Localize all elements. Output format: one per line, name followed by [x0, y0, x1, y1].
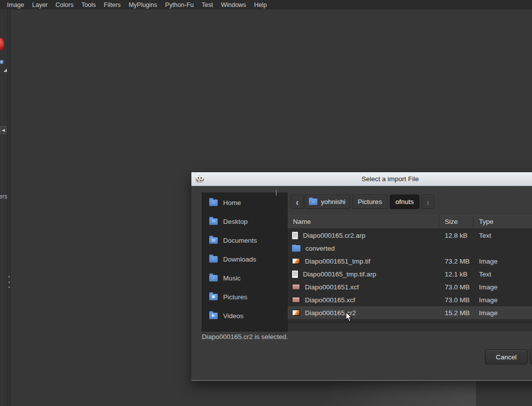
breadcrumb-ofnuts[interactable]: ofnuts [390, 195, 419, 209]
home-folder-icon: ⌂ [209, 200, 218, 206]
menu-image[interactable]: Image [3, 1, 28, 9]
breadcrumb-label: ofnuts [396, 198, 414, 205]
breadcrumb-pictures[interactable]: Pictures [352, 195, 388, 209]
menu-layer[interactable]: Layer [28, 1, 52, 9]
sidebar-item-desktop[interactable]: ⊡Desktop [202, 212, 287, 231]
table-row[interactable]: Diapo000165.xcf73.0 MBImage [288, 293, 532, 306]
sidebar-item-label: Pictures [223, 293, 247, 301]
file-size-cell: 73.2 MB [439, 258, 473, 265]
file-name-cell: Diapo000165.cr2.arp [288, 232, 439, 239]
sidebar-item-home[interactable]: ⌂Home [202, 193, 287, 212]
dock-collapse-button[interactable]: ◀ [0, 126, 6, 134]
text-file-icon [292, 271, 298, 278]
documents-folder-icon-glyph: ▤ [209, 237, 218, 244]
menu-windows[interactable]: Windows [217, 1, 250, 9]
sidebar-item-documents[interactable]: ▤Documents [202, 231, 287, 250]
desktop-folder-icon-glyph: ⊡ [209, 218, 218, 225]
table-row[interactable]: Diapo000165.cr215.2 MBImage [288, 306, 532, 319]
open-button-clipped[interactable] [530, 349, 532, 364]
home-folder-icon-glyph: ⌂ [309, 199, 317, 205]
canvas-background [268, 377, 476, 406]
sidebar-item-label: Desktop [223, 218, 248, 225]
column-header-size[interactable]: Size [439, 215, 473, 229]
videos-folder-icon-glyph: ▶ [209, 313, 218, 319]
dock-tab-label: ers [0, 193, 7, 200]
file-type-cell: Image [473, 258, 532, 265]
sidebar-item-downloads[interactable]: ↓Downloads [202, 250, 287, 269]
tool-red-icon[interactable] [0, 38, 4, 51]
documents-folder-icon: ▤ [209, 237, 218, 244]
sidebar-item-label: Videos [223, 312, 243, 320]
mouse-cursor [346, 312, 353, 322]
file-size-cell: 15.2 MB [439, 309, 473, 317]
table-row[interactable]: Diapo000165_tmp.tif.arp12.1 kBText [288, 268, 532, 280]
column-header-name[interactable]: Name [288, 215, 439, 229]
sidebar-item-label: Music [223, 274, 240, 282]
menu-colors[interactable]: Colors [52, 1, 77, 9]
toolbox-edge: ◀ ers [0, 9, 10, 406]
pictures-folder-icon: ▣ [209, 294, 218, 300]
file-name-cell: Diapo000165_tmp.tif.arp [288, 271, 439, 278]
file-name-cell: Diapo000165.xcf [288, 296, 439, 304]
menu-test[interactable]: Test [198, 1, 217, 9]
file-name-cell: Diapo0001651.xcf [288, 283, 439, 291]
file-type-cell: Image [473, 296, 532, 304]
home-folder-icon: ⌂ [309, 199, 317, 205]
text-file-icon [292, 232, 298, 239]
menu-python-fu[interactable]: Python-Fu [161, 1, 198, 9]
places-scrollbar[interactable] [276, 190, 277, 196]
sidebar-item-label: Downloads [223, 256, 256, 263]
file-name-cell: Diapo000165.cr2 [288, 309, 439, 317]
file-name: Diapo0001651.xcf [305, 283, 359, 291]
file-name: converted [305, 245, 335, 252]
cancel-button[interactable]: Cancel [485, 349, 528, 364]
sidebar-item-music[interactable]: ♪Music [202, 269, 287, 287]
menu-help[interactable]: Help [250, 1, 271, 9]
file-name: Diapo000165_tmp.tif.arp [303, 271, 376, 278]
file-size-cell: 12.1 kB [439, 271, 473, 278]
places-sidebar: ⌂Home⊡Desktop▤Documents↓Downloads♪Music▣… [202, 193, 288, 332]
desktop-folder-icon: ⊡ [209, 218, 218, 225]
file-name-cell: converted [288, 245, 439, 252]
file-size-cell: 73.0 MB [439, 283, 473, 291]
downloads-folder-icon-glyph: ↓ [209, 256, 218, 263]
file-table: Diapo000165.cr2.arp12.8 kBTextconvertedD… [288, 229, 532, 323]
folder-icon [292, 245, 300, 252]
dock-drag-handle-icon[interactable] [8, 276, 10, 288]
table-row[interactable]: Diapo0001651_tmp.tif73.2 MBImage [288, 255, 532, 268]
column-header-type[interactable]: Type [473, 215, 532, 229]
table-row[interactable]: Diapo0001651.xcf73.0 MBImage [288, 280, 532, 293]
toolbox-divider [7, 9, 8, 406]
image-file-icon-pink [292, 284, 300, 290]
table-row[interactable]: Diapo000165.cr2.arp12.8 kBText [288, 229, 532, 242]
menu-bar: ImageLayerColorsToolsFiltersMyPluginsPyt… [0, 0, 532, 9]
file-table-hscrollbar[interactable] [288, 323, 532, 331]
image-file-icon-pink [292, 297, 300, 303]
file-table-header: NameSizeType [288, 215, 532, 229]
file-type-cell: Text [473, 232, 532, 239]
dialog-title: Select a import File [191, 175, 532, 183]
image-file-icon-orange [292, 310, 300, 316]
downloads-folder-icon: ↓ [209, 256, 218, 263]
sidebar-item-pictures[interactable]: ▣Pictures [202, 287, 287, 306]
table-row[interactable]: converted [288, 242, 532, 255]
videos-folder-icon: ▶ [209, 313, 218, 319]
file-type-cell: Image [473, 283, 532, 291]
image-file-icon-orange [292, 258, 300, 264]
menu-tools[interactable]: Tools [77, 1, 100, 9]
file-name: Diapo0001651_tmp.tif [305, 258, 370, 265]
sidebar-item-videos[interactable]: ▶Videos [202, 306, 287, 325]
status-text: Diapo000165.cr2 is selected. [202, 333, 288, 340]
sidebar-item-label: Home [223, 199, 241, 206]
tool-blue-icon[interactable] [0, 60, 3, 64]
menu-myplugins[interactable]: MyPlugins [124, 1, 161, 9]
dialog-titlebar[interactable]: Select a import File [191, 172, 532, 186]
breadcrumb-back-button[interactable]: ‹ [291, 195, 304, 209]
file-size-cell: 12.8 kB [439, 232, 473, 239]
menu-filters[interactable]: Filters [100, 1, 124, 9]
breadcrumb-label: yohnishi [321, 198, 346, 205]
file-name: Diapo000165.xcf [305, 296, 355, 304]
breadcrumb-yohnishi[interactable]: ⌂yohnishi [304, 195, 350, 209]
file-name: Diapo000165.cr2.arp [303, 232, 365, 239]
music-folder-icon-glyph: ♪ [209, 275, 218, 281]
